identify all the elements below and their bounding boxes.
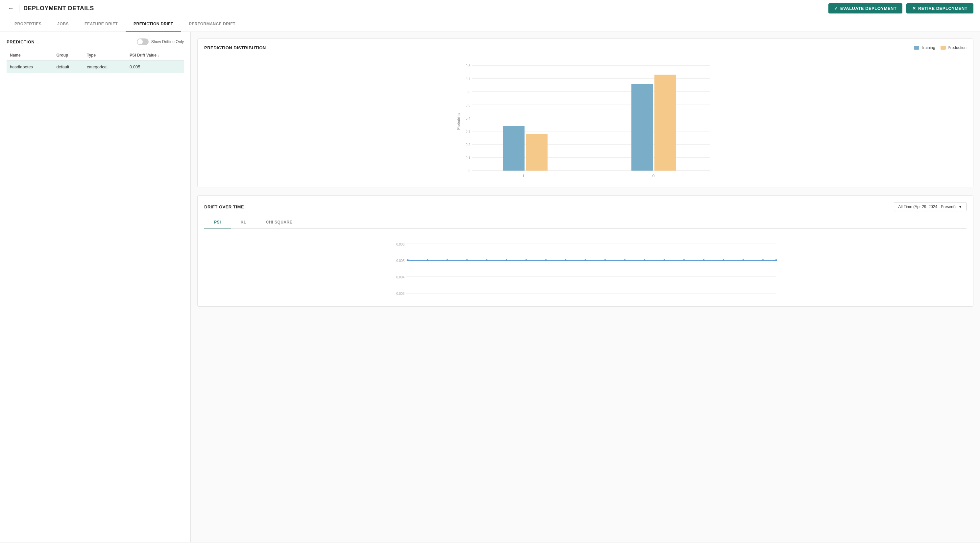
svg-point-31: [486, 259, 488, 261]
legend-production-label: Production: [948, 45, 967, 50]
bar-0-production: [654, 75, 676, 171]
toggle-label: Show Drifting Only: [151, 40, 184, 44]
evaluate-deployment-button[interactable]: ✓ EVALUATE DEPLOYMENT: [828, 3, 902, 13]
tab-jobs[interactable]: JOBS: [49, 17, 76, 32]
drift-header: DRIFT OVER TIME All Time (Apr 29, 2024 -…: [204, 202, 967, 211]
drift-over-time-section: DRIFT OVER TIME All Time (Apr 29, 2024 -…: [197, 195, 974, 306]
legend-production-color: [940, 46, 946, 50]
x-label-1: 1: [523, 174, 525, 178]
tab-prediction-drift[interactable]: PREDICTION DRIFT: [126, 17, 181, 32]
top-actions: ✓ EVALUATE DEPLOYMENT ✕ RETIRE DEPLOYMEN…: [828, 3, 974, 13]
svg-text:0.2: 0.2: [466, 143, 470, 147]
svg-text:0.004: 0.004: [396, 275, 404, 279]
tab-feature-drift[interactable]: FEATURE DRIFT: [76, 17, 126, 32]
legend-training-label: Training: [921, 45, 935, 50]
svg-text:0.1: 0.1: [466, 156, 470, 160]
prediction-table: Name Group Type PSI Drift Value ↓ hasdia…: [6, 50, 184, 73]
legend-training: Training: [914, 45, 935, 50]
page-title: DEPLOYMENT DETAILS: [23, 5, 94, 12]
sort-icon: ↓: [158, 53, 160, 57]
svg-text:Probability: Probability: [457, 113, 460, 130]
svg-point-41: [683, 259, 685, 261]
drift-tab-kl[interactable]: KL: [231, 217, 256, 229]
svg-point-29: [446, 259, 448, 261]
main-content: PREDICTION Show Drifting Only Name Group…: [0, 32, 980, 542]
line-chart-container: 0.003 0.004 0.005 0.006: [204, 234, 967, 300]
prediction-title: PREDICTION: [6, 40, 35, 44]
distribution-chart-title: PREDICTION DISTRIBUTION: [204, 45, 266, 50]
top-bar: ← DEPLOYMENT DETAILS ✓ EVALUATE DEPLOYME…: [0, 0, 980, 17]
time-range-dropdown[interactable]: All Time (Apr 29, 2024 - Present) ▼: [894, 202, 967, 211]
svg-point-44: [742, 259, 744, 261]
svg-text:0.8: 0.8: [466, 64, 470, 68]
svg-text:0.005: 0.005: [396, 259, 404, 263]
tab-performance-drift[interactable]: PERFORMANCE DRIFT: [181, 17, 243, 32]
legend-production: Production: [940, 45, 967, 50]
bar-0-training: [632, 84, 653, 171]
bar-chart-svg: Probability 0 0.1 0.2 0.3 0.4 0.5 0.6 0.…: [204, 56, 967, 181]
svg-point-43: [722, 259, 724, 261]
drift-title: DRIFT OVER TIME: [204, 205, 244, 210]
col-psi: PSI Drift Value ↓: [126, 50, 184, 60]
retire-x-icon: ✕: [912, 6, 916, 11]
svg-text:0.3: 0.3: [466, 130, 470, 133]
chart-legend: Training Production: [914, 45, 967, 50]
evaluate-check-icon: ✓: [834, 6, 838, 11]
svg-point-33: [525, 259, 527, 261]
col-group: Group: [53, 50, 84, 60]
drift-tab-chi-square[interactable]: CHI SQUARE: [256, 217, 302, 229]
cell-psi: 0.005: [126, 60, 184, 74]
prediction-header: PREDICTION Show Drifting Only: [6, 38, 184, 45]
svg-text:0.006: 0.006: [396, 243, 404, 246]
svg-point-39: [644, 259, 646, 261]
svg-point-42: [703, 259, 705, 261]
svg-point-35: [565, 259, 566, 261]
divider: [19, 5, 19, 13]
legend-training-color: [914, 46, 919, 50]
drift-metric-tabs: PSI KL CHI SQUARE: [204, 217, 967, 229]
svg-text:0.7: 0.7: [466, 77, 470, 81]
svg-point-46: [775, 259, 777, 261]
main-tabs: PROPERTIES JOBS FEATURE DRIFT PREDICTION…: [0, 17, 980, 32]
bar-1-production: [526, 134, 547, 171]
col-type: Type: [84, 50, 126, 60]
bar-chart-container: Probability 0 0.1 0.2 0.3 0.4 0.5 0.6 0.…: [204, 56, 967, 181]
svg-text:0.5: 0.5: [466, 103, 470, 107]
svg-point-38: [624, 259, 626, 261]
svg-point-27: [407, 259, 409, 261]
svg-point-40: [663, 259, 665, 261]
svg-point-32: [506, 259, 508, 261]
time-range-label: All Time (Apr 29, 2024 - Present): [898, 205, 956, 209]
svg-text:0: 0: [468, 169, 470, 173]
svg-point-45: [762, 259, 764, 261]
svg-text:0.6: 0.6: [466, 90, 470, 94]
svg-point-28: [426, 259, 428, 261]
left-panel: PREDICTION Show Drifting Only Name Group…: [0, 32, 191, 542]
bar-1-training: [503, 126, 525, 171]
col-name: Name: [6, 50, 53, 60]
distribution-chart-section: PREDICTION DISTRIBUTION Training Product…: [197, 38, 974, 187]
svg-point-36: [584, 259, 586, 261]
dropdown-chevron-icon: ▼: [958, 205, 962, 209]
svg-point-34: [545, 259, 547, 261]
svg-point-30: [466, 259, 468, 261]
svg-text:0.4: 0.4: [466, 117, 470, 120]
cell-group: default: [53, 60, 84, 74]
svg-point-37: [604, 259, 606, 261]
back-button[interactable]: ←: [6, 4, 15, 13]
line-chart-svg: 0.003 0.004 0.005 0.006: [204, 234, 967, 300]
drifting-only-toggle[interactable]: [137, 38, 149, 45]
drift-tab-psi[interactable]: PSI: [204, 217, 231, 229]
cell-name: hasdiabetes: [6, 60, 53, 74]
table-row[interactable]: hasdiabetes default categorical 0.005: [6, 60, 184, 74]
cell-type: categorical: [84, 60, 126, 74]
svg-text:0.003: 0.003: [396, 292, 404, 295]
x-label-0: 0: [652, 174, 654, 178]
retire-deployment-button[interactable]: ✕ RETIRE DEPLOYMENT: [906, 3, 974, 13]
toggle-row: Show Drifting Only: [137, 38, 184, 45]
right-panel: PREDICTION DISTRIBUTION Training Product…: [191, 32, 980, 542]
tab-properties[interactable]: PROPERTIES: [6, 17, 49, 32]
